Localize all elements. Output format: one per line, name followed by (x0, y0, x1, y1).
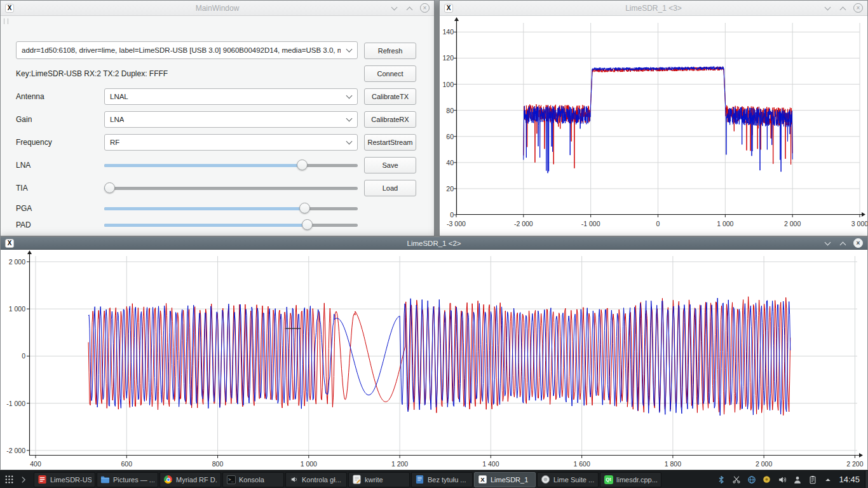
task-button-limesuite[interactable]: Lime Suite ... (537, 472, 599, 487)
x11-icon: X (478, 475, 487, 484)
slider-handle[interactable] (299, 203, 310, 214)
y-tick-label: 100 (441, 81, 454, 88)
restart-stream-button[interactable]: RestartStream (364, 134, 416, 151)
chrome-icon (163, 475, 173, 484)
x-tick-label: 2 000 (742, 460, 786, 468)
device-select[interactable]: addr=1d50:6108, driver=lime, label=LimeS… (16, 41, 358, 59)
gain-select-value: LNA (110, 116, 124, 123)
clipboard-icon[interactable] (808, 475, 817, 484)
slider-handle[interactable] (302, 219, 313, 230)
slider-track[interactable] (104, 224, 358, 227)
close-icon: × (423, 5, 427, 11)
y-tick-label: -1 000 (3, 400, 25, 407)
maximize-button[interactable] (405, 3, 414, 13)
task-button-chrome[interactable]: Myriad RF D... (159, 472, 221, 487)
gain-label: Gain (16, 115, 32, 124)
scissors-icon[interactable] (731, 475, 741, 484)
show-desktop-icon[interactable] (18, 474, 29, 485)
x-tick-label: 600 (104, 460, 149, 468)
x11-window-icon[interactable]: X (5, 239, 14, 248)
x11-window-icon[interactable]: X (5, 4, 14, 13)
save-button[interactable]: Save (364, 157, 416, 173)
fft-window-title: LimeSDR_1 <3> (484, 4, 823, 13)
antenna-select-value: LNAL (110, 93, 128, 100)
fft-window-titlebar[interactable]: X LimeSDR_1 <3> × (440, 1, 867, 16)
task-button-kwrite[interactable]: kwrite (348, 472, 410, 487)
task-button-volume-app[interactable]: Kontrola gł... (285, 472, 347, 487)
slider-fill (104, 224, 307, 227)
task-label: Pictures — ... (113, 476, 154, 484)
x11-window-icon[interactable]: X (444, 4, 453, 13)
task-button-konsole[interactable]: >_Konsola (222, 472, 284, 487)
lna-slider-label: LNA (16, 161, 31, 170)
maximize-button[interactable] (838, 3, 848, 13)
close-icon: × (857, 240, 860, 247)
volume-app-icon (289, 475, 299, 484)
tia-slider-label: TIA (16, 184, 28, 193)
tia-slider[interactable] (104, 180, 358, 196)
slider-track[interactable] (104, 187, 358, 190)
calibrate-rx-button[interactable]: CalibrateRX (364, 111, 416, 128)
minimize-button[interactable] (823, 3, 832, 13)
main-window-titlebar[interactable]: X MainWindow × (1, 1, 434, 16)
caret-up-icon[interactable] (823, 475, 832, 484)
antenna-select[interactable]: LNAL (104, 88, 358, 105)
x-tick-label: 400 (13, 460, 58, 468)
status-icon[interactable] (762, 475, 771, 484)
time-window: X LimeSDR_1 <2> × 4006008001 0001 2001 4… (0, 236, 868, 470)
slider-track[interactable] (104, 164, 358, 167)
frequency-select[interactable]: RF (104, 134, 358, 151)
volume-icon[interactable] (777, 475, 787, 484)
globe-icon[interactable] (747, 475, 756, 484)
lna-slider[interactable] (104, 157, 358, 173)
refresh-button[interactable]: Refresh (364, 43, 416, 59)
fft-plot-canvas[interactable] (450, 17, 866, 221)
task-label: Bez tytułu ... (428, 476, 466, 484)
slider-track[interactable] (104, 207, 358, 210)
close-button[interactable]: × (853, 238, 863, 248)
gain-select[interactable]: LNA (104, 111, 358, 128)
time-plot-canvas[interactable] (23, 250, 864, 462)
document-icon (415, 475, 424, 484)
task-button-document[interactable]: Bez tytułu ... (411, 472, 473, 487)
close-button[interactable]: × (853, 3, 863, 13)
frequency-label: Frequency (16, 138, 52, 147)
y-tick-label: 60 (441, 133, 454, 140)
qtcreator-icon: Qt (604, 475, 613, 484)
x-tick-label: 1 600 (560, 460, 604, 468)
maximize-button[interactable] (838, 238, 848, 248)
close-button[interactable]: × (420, 3, 430, 13)
y-tick-label: 120 (441, 54, 454, 62)
calibrate-tx-button[interactable]: CalibrateTX (364, 88, 416, 105)
y-tick-label: 40 (441, 159, 454, 166)
toolbar-grip[interactable] (4, 18, 8, 24)
slider-handle[interactable] (297, 159, 308, 170)
task-label: Myriad RF D... (176, 476, 217, 484)
minimize-button[interactable] (390, 3, 399, 13)
slider-handle[interactable] (104, 182, 115, 193)
application-menu-icon[interactable] (3, 474, 15, 485)
x-tick-label: 1 200 (377, 460, 422, 468)
time-window-titlebar[interactable]: X LimeSDR_1 <2> × (1, 237, 867, 250)
clock[interactable]: 14:45 (837, 475, 865, 484)
task-button-pdf[interactable]: LimeSDR-US... (34, 472, 95, 487)
task-button-x11[interactable]: XLimeSDR_1 (474, 472, 536, 487)
fft-plot-area[interactable]: -3 000-2 000-1 00001 0002 0003 000020406… (440, 16, 867, 236)
system-tray (711, 475, 837, 484)
connect-button[interactable]: Connect (364, 65, 416, 82)
bluetooth-icon[interactable] (716, 475, 726, 484)
pad-slider-label: PAD (16, 220, 31, 229)
time-plot-area[interactable]: 4006008001 0001 2001 4001 6001 8002 0002… (1, 250, 867, 470)
task-button-folder[interactable]: Pictures — ... (97, 472, 158, 487)
x-tick-label: -3 000 (440, 220, 478, 227)
main-window-content: addr=1d50:6108, driver=lime, label=LimeS… (1, 16, 434, 236)
minimize-button[interactable] (823, 238, 832, 248)
load-button[interactable]: Load (364, 180, 416, 196)
pad-slider[interactable] (104, 217, 358, 233)
task-button-qtcreator[interactable]: Qtlimesdr.cpp... (600, 472, 661, 487)
show-desktop-button[interactable] (865, 471, 868, 488)
pga-slider[interactable] (104, 200, 358, 217)
y-tick-label: 1 000 (3, 305, 25, 313)
x-tick-label: -2 000 (501, 220, 546, 227)
user-icon[interactable] (792, 475, 802, 484)
